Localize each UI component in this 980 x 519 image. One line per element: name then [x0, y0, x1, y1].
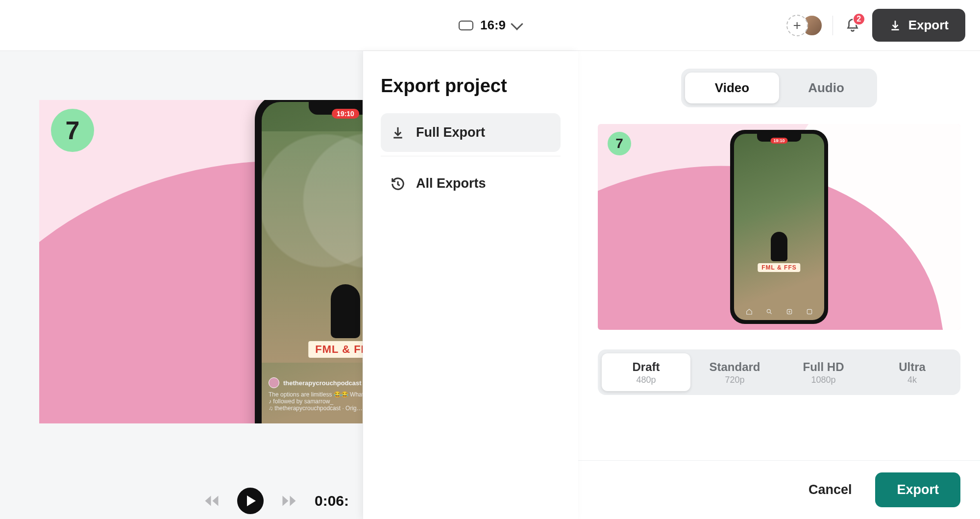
quality-selector: Draft 480p Standard 720p Full HD 1080p U…	[598, 349, 960, 395]
forward-button[interactable]	[278, 490, 300, 512]
rewind-icon	[203, 492, 220, 510]
aspect-ratio-icon	[459, 21, 473, 30]
slide-number-badge: 7	[51, 109, 94, 152]
post-avatar	[269, 377, 279, 388]
collaborators[interactable]: +	[786, 15, 823, 36]
add-collaborator-button[interactable]: +	[786, 15, 808, 36]
export-option-label: All Exports	[416, 176, 486, 191]
phone-live-badge: 19:10	[332, 109, 359, 119]
export-side-panel: Export project Full Export All Exports	[363, 51, 578, 519]
quality-label: Standard	[690, 360, 779, 374]
microphone-shape	[771, 232, 787, 261]
notifications-button[interactable]: 2	[843, 16, 862, 35]
header-export-label: Export	[908, 18, 949, 33]
history-icon	[391, 176, 405, 191]
chevron-down-icon	[511, 18, 523, 30]
aspect-ratio-value: 16:9	[480, 18, 506, 33]
header-export-button[interactable]: Export	[872, 9, 965, 42]
export-main-panel: Video Audio 7 19:10 FML & FFS Draft	[578, 51, 980, 519]
divider	[381, 156, 561, 156]
quality-option-draft[interactable]: Draft 480p	[602, 353, 690, 391]
quality-label: Ultra	[868, 360, 956, 374]
add-post-icon	[786, 308, 793, 315]
playback-controls: 0:06:	[201, 488, 349, 514]
play-button[interactable]	[237, 488, 264, 514]
divider	[833, 16, 833, 35]
download-icon	[391, 125, 405, 140]
phone-mockup: 19:10 FML & FFS	[730, 130, 828, 324]
notification-badge: 2	[853, 13, 865, 25]
quality-label: Draft	[602, 360, 690, 374]
quality-option-fullhd[interactable]: Full HD 1080p	[779, 353, 868, 391]
quality-option-standard[interactable]: Standard 720p	[690, 353, 779, 391]
export-option-label: Full Export	[416, 125, 485, 140]
forward-icon	[280, 492, 298, 510]
export-option-full-export[interactable]: Full Export	[381, 113, 561, 152]
home-icon	[746, 308, 753, 315]
export-button[interactable]: Export	[875, 472, 960, 507]
quality-resolution: 720p	[690, 375, 779, 385]
phone-caption: FML & FFS	[758, 263, 800, 272]
export-thumbnail: 7 19:10 FML & FFS	[598, 124, 960, 330]
microphone-shape	[331, 284, 360, 338]
slide-number-badge: 7	[608, 132, 631, 155]
export-option-all-exports[interactable]: All Exports	[381, 164, 561, 203]
tab-audio[interactable]: Audio	[779, 73, 873, 103]
export-footer: Cancel Export	[578, 460, 980, 519]
quality-option-ultra[interactable]: Ultra 4k	[868, 353, 956, 391]
svg-point-3	[767, 309, 770, 313]
play-icon	[247, 495, 256, 506]
phone-screen: 19:10 FML & FFS	[734, 134, 824, 320]
download-icon	[889, 19, 902, 32]
phone-live-badge: 19:10	[770, 138, 787, 144]
aspect-ratio-selector[interactable]: 16:9	[459, 18, 521, 33]
phone-nav	[734, 305, 824, 318]
tab-video[interactable]: Video	[685, 73, 779, 103]
timecode: 0:06:	[315, 493, 349, 509]
quality-label: Full HD	[779, 360, 868, 374]
quality-resolution: 4k	[868, 375, 956, 385]
quality-resolution: 480p	[602, 375, 690, 385]
post-username: thetherapycrouchpodcast	[283, 379, 362, 387]
export-panel-title: Export project	[381, 75, 561, 97]
topbar-actions: + 2 Export	[786, 9, 965, 42]
cancel-button[interactable]: Cancel	[794, 472, 867, 507]
svg-rect-5	[807, 309, 811, 314]
search-icon	[766, 308, 773, 315]
rewind-button[interactable]	[201, 490, 222, 512]
topbar: 16:9 + 2 Export	[0, 0, 980, 51]
quality-resolution: 1080p	[779, 375, 868, 385]
plus-icon: +	[793, 18, 801, 33]
reels-icon	[806, 308, 813, 315]
export-type-tabs: Video Audio	[681, 69, 877, 107]
